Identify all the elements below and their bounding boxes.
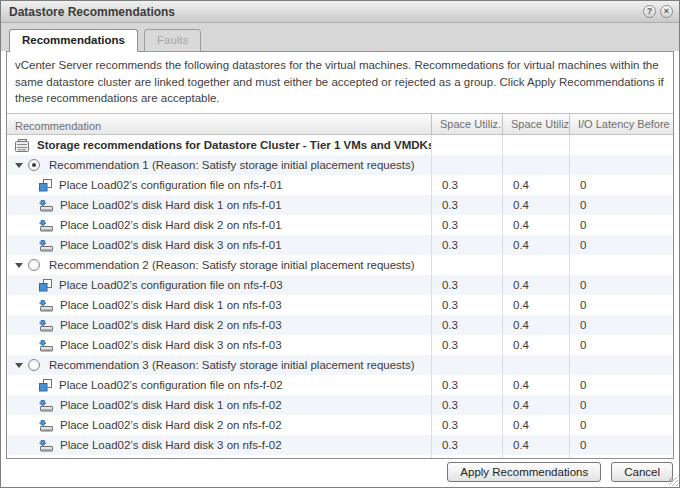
description-text: vCenter Server recommends the following … (7, 52, 673, 113)
hard-disk-icon (39, 219, 53, 232)
table-row-placement[interactable]: Place Load02’s disk Hard disk 2 on nfs-f… (7, 315, 673, 335)
resize-grip[interactable] (669, 477, 678, 486)
hard-disk-icon (39, 439, 53, 452)
recommendation-3-radio[interactable] (28, 359, 40, 371)
table-row-placement[interactable]: Place Load02’s disk Hard disk 1 on nfs-f… (7, 395, 673, 415)
column-header-space-utilization-before[interactable]: Space Utiliz... (432, 114, 503, 134)
table-row-placement[interactable]: Place Load02’s configuration file on nfs… (7, 175, 673, 195)
table-row-placement[interactable]: Place Load02’s disk Hard disk 2 on nfs-f… (7, 215, 673, 235)
datastore-recommendations-dialog: Datastore Recommendations ? × Recommenda… (0, 0, 680, 488)
hard-disk-icon (39, 319, 53, 332)
group-header-label: Storage recommendations for Datastore Cl… (37, 139, 432, 151)
close-icon[interactable]: × (660, 5, 673, 18)
collapse-arrow-icon[interactable] (15, 263, 23, 268)
table-row-placement[interactable]: Place Load02’s disk Hard disk 2 on nfs-f… (7, 415, 673, 435)
help-icon[interactable]: ? (643, 5, 656, 18)
table-header-row: Recommendation Space Utiliz... Space Uti… (7, 114, 673, 135)
vm-config-file-icon (39, 279, 52, 292)
hard-disk-icon (39, 299, 53, 312)
title-bar: Datastore Recommendations ? × (1, 1, 679, 23)
recommendations-panel: vCenter Server recommends the following … (6, 51, 674, 459)
hard-disk-icon (39, 339, 53, 352)
column-header-io-latency[interactable]: I/O Latency Before (de... (570, 114, 673, 134)
cancel-button[interactable]: Cancel (611, 462, 673, 482)
table-row-placement[interactable]: Place Load02’s disk Hard disk 3 on nfs-f… (7, 435, 673, 455)
table-row-placement[interactable]: Place Load02’s disk Hard disk 1 on nfs-f… (7, 295, 673, 315)
apply-recommendations-button[interactable]: Apply Recommendations (447, 462, 601, 482)
collapse-arrow-icon[interactable] (15, 163, 23, 168)
tab-strip: Recommendations Faults (1, 23, 679, 51)
recommendation-2-radio[interactable] (28, 259, 40, 271)
hard-disk-icon (39, 399, 53, 412)
column-header-recommendation[interactable]: Recommendation (7, 114, 432, 134)
table-empty-area (7, 455, 673, 458)
table-row-placement[interactable]: Place Load02’s configuration file on nfs… (7, 375, 673, 395)
table-row-recommendation-1[interactable]: Recommendation 1 (Reason: Satisfy storag… (7, 155, 673, 175)
table-row-placement[interactable]: Place Load02’s disk Hard disk 3 on nfs-f… (7, 235, 673, 255)
hard-disk-icon (39, 199, 53, 212)
dialog-footer: Apply Recommendations Cancel (1, 457, 679, 487)
table-row-placement[interactable]: Place Load02’s disk Hard disk 3 on nfs-f… (7, 335, 673, 355)
hard-disk-icon (39, 419, 53, 432)
vm-config-file-icon (39, 379, 52, 392)
table-row-group-header[interactable]: Storage recommendations for Datastore Cl… (7, 135, 673, 155)
datastore-cluster-icon (15, 139, 30, 152)
collapse-arrow-icon[interactable] (15, 363, 23, 368)
table-row-placement[interactable]: Place Load02’s disk Hard disk 1 on nfs-f… (7, 195, 673, 215)
recommendations-table: Recommendation Space Utiliz... Space Uti… (7, 113, 673, 458)
tab-recommendations[interactable]: Recommendations (9, 29, 138, 52)
table-row-placement[interactable]: Place Load02’s configuration file on nfs… (7, 275, 673, 295)
hard-disk-icon (39, 239, 53, 252)
dialog-title: Datastore Recommendations (9, 5, 639, 19)
vm-config-file-icon (39, 179, 52, 192)
table-row-recommendation-2[interactable]: Recommendation 2 (Reason: Satisfy storag… (7, 255, 673, 275)
tab-faults[interactable]: Faults (144, 29, 201, 52)
column-header-space-utilization-after[interactable]: Space Utiliz... (503, 114, 570, 134)
table-row-recommendation-3[interactable]: Recommendation 3 (Reason: Satisfy storag… (7, 355, 673, 375)
recommendation-1-radio[interactable] (28, 159, 40, 171)
